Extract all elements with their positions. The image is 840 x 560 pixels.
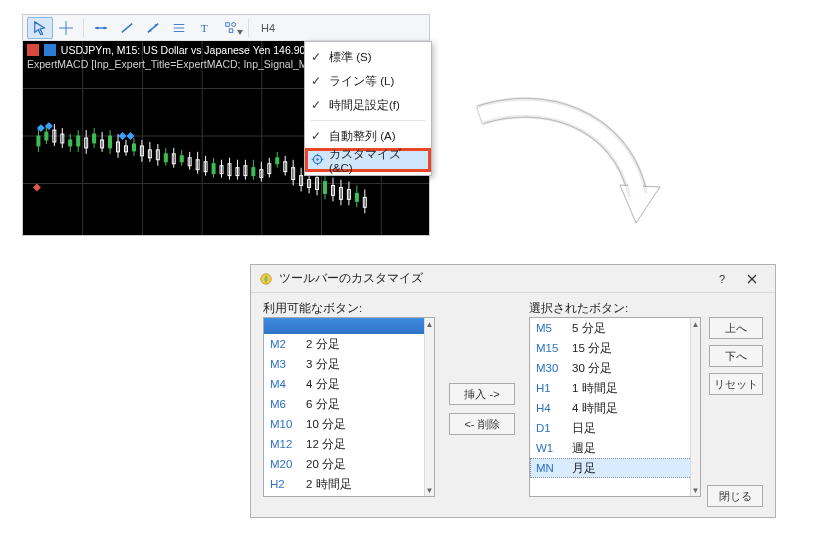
menu-item-line[interactable]: ✓ ライン等 (L)	[305, 69, 431, 93]
timeframe-code: M2	[270, 338, 300, 350]
timeframe-label: 4 時間足	[572, 401, 618, 416]
timeframe-label: 週足	[572, 441, 596, 456]
timeframe-label: 2 時間足	[306, 477, 352, 492]
toolbar-context-menu: ✓ 標準 (S) ✓ ライン等 (L) ✓ 時間足設定(f) ✓ 自動整列 (A…	[304, 41, 432, 176]
scrollbar[interactable]: ▲ ▼	[424, 318, 434, 496]
list-item[interactable]: H44 時間足	[530, 398, 700, 418]
timeframe-label: 6 分足	[306, 397, 340, 412]
timeframe-label: 20 分足	[306, 457, 346, 472]
scroll-up-icon[interactable]: ▲	[691, 318, 700, 330]
timeframe-label: 4 分足	[306, 377, 340, 392]
list-selection-header[interactable]	[264, 318, 434, 334]
move-down-button[interactable]: 下へ	[709, 345, 763, 367]
menu-item-customize[interactable]: カスタマイズ (&C)	[305, 148, 431, 172]
move-up-button[interactable]: 上へ	[709, 317, 763, 339]
timeframe-code: W1	[536, 442, 566, 454]
menu-item-timeframe[interactable]: ✓ 時間足設定(f)	[305, 93, 431, 117]
timeframe-code: H2	[270, 478, 300, 490]
list-item[interactable]: M44 分足	[264, 374, 434, 394]
menu-item-label: 自動整列 (A)	[329, 129, 396, 144]
timeframe-code: M20	[270, 458, 300, 470]
list-item[interactable]: M33 分足	[264, 354, 434, 374]
flow-arrow-icon	[470, 95, 670, 235]
app-icon	[259, 272, 273, 286]
close-button[interactable]	[737, 268, 767, 290]
menu-item-auto-arrange[interactable]: ✓ 自動整列 (A)	[305, 124, 431, 148]
timeframe-label: 1 時間足	[572, 381, 618, 396]
cursor-tool-button[interactable]	[27, 17, 53, 39]
channel-tool-button[interactable]	[166, 17, 192, 39]
close-dialog-button[interactable]: 閉じる	[707, 485, 763, 507]
dialog-titlebar[interactable]: ツールバーのカスタマイズ ?	[251, 265, 775, 293]
chart-tag-icon	[27, 44, 39, 56]
list-item[interactable]: MN月足	[530, 458, 700, 478]
scroll-down-icon[interactable]: ▼	[691, 484, 700, 496]
svg-point-4	[103, 26, 106, 29]
svg-point-8	[155, 24, 157, 26]
timeframe-code: H1	[536, 382, 566, 394]
timeframe-code: H4	[536, 402, 566, 414]
customize-toolbar-dialog: ツールバーのカスタマイズ ? 利用可能なボタン: 選択されたボタン: M22 分…	[250, 264, 776, 518]
svg-text:T: T	[201, 21, 208, 33]
menu-separator	[311, 120, 425, 121]
hline-tool-button[interactable]	[88, 17, 114, 39]
scroll-down-icon[interactable]: ▼	[425, 484, 434, 496]
list-item[interactable]: M66 分足	[264, 394, 434, 414]
trendline-tool-button[interactable]	[114, 17, 140, 39]
separator	[83, 19, 84, 37]
list-item[interactable]: M1212 分足	[264, 434, 434, 454]
timeframe-label: 12 分足	[306, 437, 346, 452]
separator	[248, 19, 249, 37]
shapes-tool-button[interactable]	[218, 17, 244, 39]
timeframe-label: 30 分足	[572, 361, 612, 376]
trendline2-tool-button[interactable]	[140, 17, 166, 39]
list-item[interactable]: M1010 分足	[264, 414, 434, 434]
timeframe-code: MN	[536, 462, 566, 474]
svg-line-6	[148, 23, 159, 32]
remove-button[interactable]: <- 削除	[449, 413, 515, 435]
timeframe-code: M4	[270, 378, 300, 390]
help-button[interactable]: ?	[707, 268, 737, 290]
selected-buttons-label: 選択されたボタン:	[529, 301, 628, 316]
check-icon: ✓	[311, 50, 321, 64]
chart-tag2-icon	[44, 44, 56, 56]
timeframe-label: 月足	[572, 461, 596, 476]
selected-buttons-list[interactable]: M55 分足M1515 分足M3030 分足H11 時間足H44 時間足D1日足…	[529, 317, 701, 497]
list-item[interactable]: W1週足	[530, 438, 700, 458]
menu-item-label: 標準 (S)	[329, 50, 372, 65]
list-item[interactable]: H11 時間足	[530, 378, 700, 398]
reset-button[interactable]: リセット	[709, 373, 763, 395]
scroll-up-icon[interactable]: ▲	[425, 318, 434, 330]
svg-point-110	[316, 158, 319, 161]
timeframe-code: M10	[270, 418, 300, 430]
svg-rect-15	[229, 28, 233, 32]
dialog-title: ツールバーのカスタマイズ	[279, 270, 707, 287]
timeframe-label: 3 分足	[306, 357, 340, 372]
timeframe-code: M6	[270, 398, 300, 410]
timeframe-h4-button[interactable]: H4	[253, 22, 283, 34]
list-item[interactable]: M3030 分足	[530, 358, 700, 378]
timeframe-code: D1	[536, 422, 566, 434]
svg-point-3	[96, 26, 99, 29]
timeframe-code: M5	[536, 322, 566, 334]
list-item[interactable]: M2020 分足	[264, 454, 434, 474]
list-item[interactable]: M22 分足	[264, 334, 434, 354]
svg-rect-13	[226, 22, 230, 26]
list-item[interactable]: M1515 分足	[530, 338, 700, 358]
menu-item-label: ライン等 (L)	[329, 74, 394, 89]
insert-button[interactable]: 挿入 ->	[449, 383, 515, 405]
crosshair-tool-button[interactable]	[53, 17, 79, 39]
text-tool-button[interactable]: T	[192, 17, 218, 39]
menu-item-standard[interactable]: ✓ 標準 (S)	[305, 45, 431, 69]
list-item[interactable]: M55 分足	[530, 318, 700, 338]
scrollbar[interactable]: ▲ ▼	[690, 318, 700, 496]
check-icon: ✓	[311, 74, 321, 88]
timeframe-code: M3	[270, 358, 300, 370]
available-buttons-list[interactable]: M22 分足M33 分足M44 分足M66 分足M1010 分足M1212 分足…	[263, 317, 435, 497]
available-buttons-label: 利用可能なボタン:	[263, 301, 362, 316]
timeframe-code: M15	[536, 342, 566, 354]
list-item[interactable]: H22 時間足	[264, 474, 434, 494]
timeframe-label: 15 分足	[572, 341, 612, 356]
menu-item-label: カスタマイズ (&C)	[329, 147, 418, 174]
list-item[interactable]: D1日足	[530, 418, 700, 438]
